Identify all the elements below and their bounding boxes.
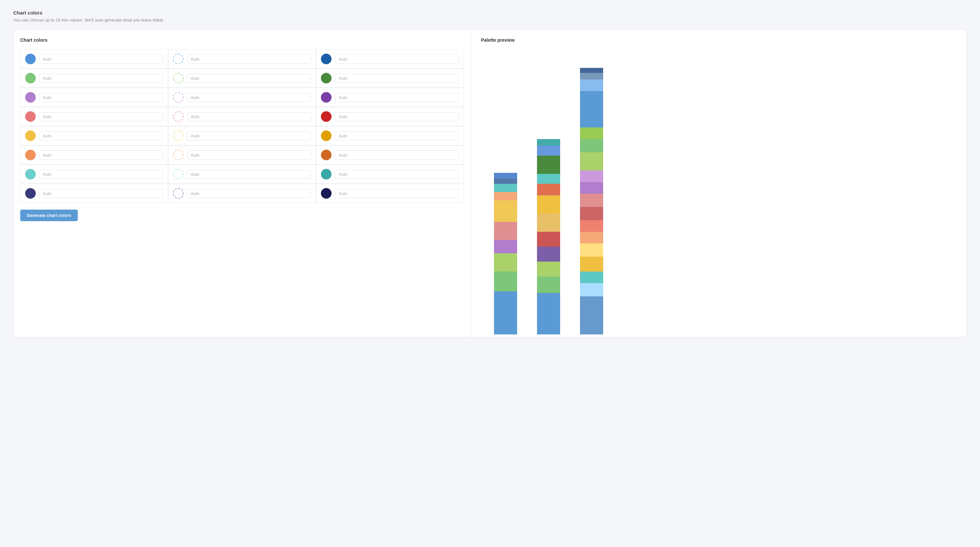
color-swatch[interactable] bbox=[173, 92, 184, 103]
bar-segment bbox=[537, 247, 560, 262]
color-swatch[interactable] bbox=[173, 111, 184, 122]
bar-segment bbox=[537, 214, 560, 232]
bar-segment bbox=[494, 184, 517, 192]
color-swatch[interactable] bbox=[25, 169, 36, 179]
stacked-bar bbox=[494, 173, 517, 335]
color-input[interactable] bbox=[187, 112, 311, 121]
color-swatch[interactable] bbox=[25, 54, 36, 64]
color-input[interactable] bbox=[39, 55, 163, 64]
color-swatch[interactable] bbox=[321, 92, 331, 103]
color-swatch[interactable] bbox=[321, 111, 331, 122]
left-panel-title: Chart colors bbox=[20, 37, 464, 43]
color-swatch[interactable] bbox=[321, 188, 331, 199]
color-cell bbox=[316, 126, 464, 145]
bar-segment bbox=[537, 184, 560, 195]
color-swatch[interactable] bbox=[321, 150, 331, 160]
left-panel: Chart colors Generate chart colors bbox=[14, 29, 471, 337]
color-input[interactable] bbox=[187, 74, 311, 83]
bar-segment bbox=[580, 171, 603, 182]
page-title: Chart colors bbox=[13, 10, 967, 16]
color-cell bbox=[20, 107, 168, 126]
color-cell bbox=[168, 145, 316, 164]
bar-segment bbox=[494, 222, 517, 240]
color-swatch[interactable] bbox=[25, 131, 36, 141]
color-input[interactable] bbox=[187, 55, 311, 64]
color-input[interactable] bbox=[335, 131, 459, 140]
bar-segment bbox=[494, 253, 517, 271]
color-input[interactable] bbox=[187, 170, 311, 179]
bar-container bbox=[494, 173, 517, 335]
color-cell bbox=[20, 49, 168, 69]
bar-segment bbox=[494, 240, 517, 253]
color-swatch[interactable] bbox=[25, 150, 36, 160]
bar-segment bbox=[537, 262, 560, 276]
color-swatch[interactable] bbox=[173, 188, 184, 199]
color-input[interactable] bbox=[335, 151, 459, 159]
color-cell bbox=[20, 145, 168, 164]
bar-segment bbox=[580, 283, 603, 297]
color-cell bbox=[168, 184, 316, 203]
stacked-bar bbox=[580, 68, 603, 335]
bar-segment bbox=[537, 156, 560, 174]
color-cell bbox=[168, 69, 316, 88]
color-input[interactable] bbox=[187, 131, 311, 140]
color-input[interactable] bbox=[187, 189, 311, 198]
color-swatch[interactable] bbox=[321, 54, 331, 64]
bar-segment bbox=[580, 257, 603, 271]
color-input[interactable] bbox=[335, 93, 459, 102]
color-input[interactable] bbox=[187, 93, 311, 102]
color-input[interactable] bbox=[335, 170, 459, 179]
color-input[interactable] bbox=[39, 189, 163, 198]
color-swatch[interactable] bbox=[25, 92, 36, 103]
color-input[interactable] bbox=[39, 151, 163, 159]
color-cell bbox=[316, 49, 464, 69]
color-swatch[interactable] bbox=[25, 188, 36, 199]
color-swatch[interactable] bbox=[173, 73, 184, 83]
color-cell bbox=[316, 88, 464, 107]
color-swatch[interactable] bbox=[321, 131, 331, 141]
color-input[interactable] bbox=[39, 170, 163, 179]
color-swatch[interactable] bbox=[173, 150, 184, 160]
bar-segment bbox=[580, 139, 603, 152]
bar-segment bbox=[494, 271, 517, 291]
right-panel: Palette preview bbox=[471, 29, 966, 337]
bar-segment bbox=[494, 200, 517, 222]
bar-segment bbox=[580, 73, 603, 80]
generate-chart-colors-button[interactable]: Generate chart colors bbox=[20, 210, 78, 221]
color-input[interactable] bbox=[335, 189, 459, 198]
color-swatch[interactable] bbox=[173, 169, 184, 179]
color-swatch[interactable] bbox=[321, 73, 331, 83]
bar-segment bbox=[537, 139, 560, 146]
bar-segment bbox=[580, 80, 603, 91]
color-input[interactable] bbox=[39, 93, 163, 102]
color-cell bbox=[168, 107, 316, 126]
color-cell bbox=[168, 88, 316, 107]
bar-segment bbox=[580, 297, 603, 335]
color-cell bbox=[20, 184, 168, 203]
bar-segment bbox=[494, 179, 517, 184]
main-card: Chart colors Generate chart colors Palet… bbox=[13, 29, 967, 337]
color-input[interactable] bbox=[39, 74, 163, 83]
color-cell bbox=[168, 164, 316, 184]
color-cell bbox=[20, 69, 168, 88]
color-swatch[interactable] bbox=[25, 111, 36, 122]
color-swatch[interactable] bbox=[321, 169, 331, 179]
right-panel-title: Palette preview bbox=[481, 37, 956, 43]
color-swatch[interactable] bbox=[173, 54, 184, 64]
bar-segment bbox=[580, 243, 603, 257]
color-input[interactable] bbox=[335, 112, 459, 121]
color-cell bbox=[316, 184, 464, 203]
bar-segment bbox=[580, 207, 603, 220]
color-input[interactable] bbox=[335, 74, 459, 83]
color-swatch[interactable] bbox=[173, 131, 184, 141]
bar-segment bbox=[580, 182, 603, 194]
color-swatch[interactable] bbox=[25, 73, 36, 83]
color-input[interactable] bbox=[335, 55, 459, 64]
color-input[interactable] bbox=[187, 151, 311, 159]
bar-segment bbox=[537, 232, 560, 247]
color-cell bbox=[20, 126, 168, 145]
color-input[interactable] bbox=[39, 131, 163, 140]
bar-segment bbox=[580, 194, 603, 207]
color-cell bbox=[316, 164, 464, 184]
color-input[interactable] bbox=[39, 112, 163, 121]
